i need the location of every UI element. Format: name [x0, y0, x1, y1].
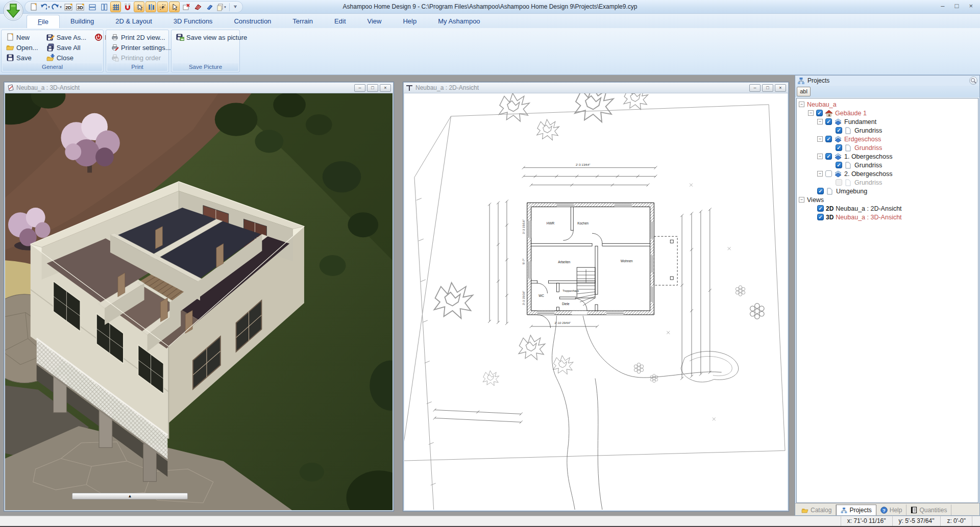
tree-item-grundriss-og1[interactable]: ✓ Grundriss — [798, 161, 978, 169]
tab-2d-layout[interactable]: 2D & Layout — [105, 15, 163, 28]
window-2d-view: Neubau_a : 2D-Ansicht – □ × — [403, 82, 789, 512]
tab-edit[interactable]: Edit — [324, 15, 356, 28]
ribbon-group-general: New Open... Save Save As... Sa — [1, 30, 104, 72]
split-vertical-icon[interactable] — [99, 2, 109, 12]
tree-item-umgebung[interactable]: ✓ Umgebung — [798, 187, 978, 195]
close-button[interactable]: × — [969, 2, 973, 10]
tree-item-view-3d[interactable]: ✓ 3D Neubau_a : 3D-Ansicht — [798, 213, 978, 221]
save-view-as-picture-button[interactable]: Save view as picture — [175, 32, 249, 42]
tab-terrain[interactable]: Terrain — [282, 15, 324, 28]
checkbox-checked[interactable]: ✓ — [825, 153, 832, 160]
save-as-button[interactable]: Save As... — [45, 32, 88, 42]
undo-icon[interactable]: ▼ — [40, 2, 51, 12]
close-view-icon[interactable] — [181, 2, 191, 12]
tab-help[interactable]: ? Help — [876, 505, 907, 515]
toolbar-options-icon[interactable]: ▼ — [232, 2, 238, 12]
tree-item-gebaeude[interactable]: − ✓ Gebäude 1 — [798, 109, 978, 117]
checkbox-checked[interactable]: ✓ — [825, 136, 832, 142]
grid-icon[interactable] — [110, 2, 121, 12]
checkbox-disabled[interactable]: ✓ — [836, 179, 842, 186]
checkbox-checked[interactable]: ✓ — [836, 144, 842, 151]
checkbox-checked[interactable]: ✓ — [816, 110, 823, 116]
checkbox-checked[interactable]: ✓ — [817, 214, 824, 220]
tree-item-fundament[interactable]: − ✓ Fundament — [798, 117, 978, 126]
split-horizontal-icon[interactable] — [87, 2, 97, 12]
window-3d-titlebar[interactable]: Neubau_a : 3D-Ansicht – □ × — [5, 83, 393, 93]
close-project-icon — [46, 54, 55, 62]
expander-icon[interactable]: − — [799, 102, 804, 107]
tab-file[interactable]: File — [27, 15, 60, 28]
dim-label-left-1: 3'-3 15/16" — [522, 219, 525, 234]
magnet-icon[interactable] — [122, 2, 133, 12]
tree-item-view-2d[interactable]: ✓ 2D Neubau_a : 2D-Ansicht — [798, 204, 978, 213]
copy-view-icon[interactable]: ▼ — [216, 2, 227, 12]
expander-icon[interactable]: − — [817, 119, 823, 124]
tree-item-grundriss-fundament[interactable]: ✓ Grundriss — [798, 126, 978, 135]
window-3d-close-button[interactable]: × — [380, 84, 391, 92]
svg-text:?: ? — [883, 507, 886, 513]
view-3d-tilt-slider[interactable]: ▲ — [72, 493, 188, 499]
tab-help[interactable]: Help — [392, 15, 427, 28]
expander-icon[interactable]: − — [808, 110, 814, 116]
panel-search-button[interactable] — [969, 77, 977, 85]
tab-3d-functions[interactable]: 3D Functions — [163, 15, 224, 28]
close-project-button[interactable]: Close — [45, 53, 88, 63]
printer-settings-button[interactable]: Printer settings... — [109, 42, 173, 53]
window-2d-restore-button[interactable]: □ — [762, 84, 773, 92]
rename-tool-button[interactable]: abl — [797, 87, 811, 96]
ribbon-tab-row: File Building 2D & Layout 3D Functions C… — [0, 14, 980, 28]
select-area-icon[interactable] — [134, 2, 144, 12]
tree-item-neubau[interactable]: − Neubau_a — [798, 100, 978, 109]
tree-item-grundriss-erdgeschoss[interactable]: ✓ Grundriss — [798, 143, 978, 152]
tab-view[interactable]: View — [357, 15, 393, 28]
tree-item-obergeschoss-1[interactable]: − ✓ 1. Obergeschoss — [798, 152, 978, 161]
tab-building[interactable]: Building — [60, 15, 105, 28]
tree-item-obergeschoss-2[interactable]: − ✓ 2. Obergeschoss — [798, 169, 978, 178]
new-button[interactable]: New — [5, 32, 40, 42]
3d-view-icon[interactable]: 3D★ — [75, 2, 86, 12]
guides-icon[interactable] — [145, 2, 156, 12]
svg-text:★: ★ — [69, 3, 72, 6]
checkbox-checked[interactable]: ✓ — [825, 118, 832, 125]
viewport-2d[interactable]: HWR Kochen Arbeiten Wohnen WC Treppenhau… — [404, 93, 788, 510]
window-3d-restore-button[interactable]: □ — [367, 84, 378, 92]
2d-view-icon[interactable]: 2D★ — [63, 2, 74, 12]
maximize-button[interactable]: □ — [955, 2, 959, 10]
viewport-3d[interactable]: ▲ — [5, 93, 393, 510]
checkbox-checked[interactable]: ✓ — [836, 127, 842, 134]
checkbox-checked[interactable]: ✓ — [836, 162, 842, 168]
tab-projects[interactable]: Projects — [836, 505, 876, 515]
tab-construction[interactable]: Construction — [223, 15, 282, 28]
tree-item-grundriss-og2[interactable]: ✓ Grundriss — [798, 178, 978, 187]
cursor-icon[interactable] — [169, 2, 180, 12]
app-logo-button[interactable] — [3, 1, 23, 21]
minimize-button[interactable]: – — [941, 2, 944, 10]
expander-icon[interactable]: − — [817, 154, 823, 159]
tab-quantities[interactable]: Quantities — [906, 505, 951, 515]
checkbox-checked[interactable]: ✓ — [817, 205, 824, 212]
printing-order-button[interactable]: Printing order — [109, 53, 173, 63]
snap-axes-icon[interactable] — [157, 2, 168, 12]
new-document-icon[interactable] — [28, 2, 39, 12]
expander-icon[interactable]: − — [799, 197, 804, 203]
tree-item-views[interactable]: − Views — [798, 195, 978, 204]
tab-my-ashampoo[interactable]: My Ashampoo — [427, 15, 491, 28]
tree-item-erdgeschoss[interactable]: − ✓ Erdgeschoss — [798, 135, 978, 143]
window-2d-titlebar[interactable]: Neubau_a : 2D-Ansicht – □ × — [404, 83, 788, 93]
expander-icon[interactable]: − — [817, 136, 823, 142]
window-3d-minimize-button[interactable]: – — [354, 84, 365, 92]
window-2d-minimize-button[interactable]: – — [749, 84, 761, 92]
checkbox-checked[interactable]: ✓ — [817, 188, 824, 194]
tab-catalog[interactable]: Catalog — [797, 505, 836, 515]
redo-icon[interactable]: ▼ — [52, 2, 62, 12]
window-2d-close-button[interactable]: × — [775, 84, 786, 92]
save-all-button[interactable]: Save All — [45, 42, 88, 53]
roof-blue-icon[interactable] — [204, 2, 215, 12]
save-button[interactable]: Save — [5, 53, 40, 63]
open-button[interactable]: Open... — [5, 42, 40, 53]
checkbox-unchecked[interactable]: ✓ — [825, 170, 832, 177]
room-label-wc: WC — [538, 294, 544, 297]
expander-icon[interactable]: − — [817, 171, 823, 177]
roof-red-icon[interactable] — [192, 2, 203, 12]
print-2d-view-button[interactable]: Print 2D view... — [109, 32, 173, 42]
